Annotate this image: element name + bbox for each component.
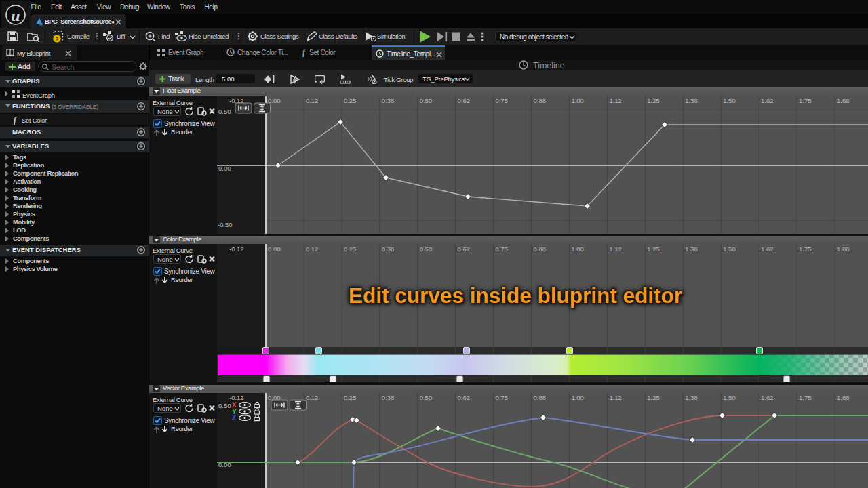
svg-text:0.25: 0.25 [344,97,357,104]
svg-text:1.00: 1.00 [571,394,584,401]
svg-text:1.00: 1.00 [571,245,584,253]
svg-text:1.25: 1.25 [647,97,660,104]
svg-text:1.00: 1.00 [571,97,584,104]
svg-text:Z: Z [232,414,236,422]
svg-text:1.50: 1.50 [723,97,736,104]
svg-text:0.12: 0.12 [306,245,319,253]
svg-text:0.12: 0.12 [306,97,319,104]
svg-text:0.62: 0.62 [458,394,471,401]
svg-text:1.75: 1.75 [799,97,812,104]
svg-text:0.25: 0.25 [344,245,357,253]
svg-text:0.75: 0.75 [496,245,509,253]
svg-text:1.88: 1.88 [837,245,850,253]
svg-text:0.38: 0.38 [382,394,395,401]
svg-text:0.75: 0.75 [496,97,509,104]
svg-text:0.50: 0.50 [420,394,433,401]
svg-text:0.25: 0.25 [344,394,357,401]
svg-text:0.50: 0.50 [218,108,231,115]
svg-text:0.00: 0.00 [218,165,231,172]
svg-text:1.75: 1.75 [799,245,812,253]
svg-text:1.38: 1.38 [685,245,697,253]
svg-text:0.50: 0.50 [218,402,231,409]
svg-text:0.62: 0.62 [458,245,471,253]
svg-text:?: ? [55,36,59,43]
svg-text:1.88: 1.88 [837,97,850,104]
svg-text:-0.12: -0.12 [229,394,244,401]
svg-text:1.25: 1.25 [647,394,660,401]
svg-text:1.50: 1.50 [723,245,736,253]
svg-text:-0.12: -0.12 [229,245,244,253]
svg-text:0.88: 0.88 [534,394,547,401]
svg-text:1.75: 1.75 [799,394,812,401]
svg-text:0.50: 0.50 [420,245,433,253]
svg-text:1.62: 1.62 [761,245,774,253]
svg-text:0.75: 0.75 [496,394,509,401]
svg-text:1.50: 1.50 [723,394,736,401]
svg-text:0.00: 0.00 [268,245,281,253]
svg-text:0.38: 0.38 [382,97,395,104]
svg-text:1.12: 1.12 [609,394,622,401]
svg-text:0.50: 0.50 [420,97,433,104]
svg-text:0.38: 0.38 [382,245,395,253]
svg-text:1.62: 1.62 [761,97,774,104]
svg-text:0.88: 0.88 [534,245,547,253]
svg-text:1.38: 1.38 [685,394,697,401]
svg-text:1.88: 1.88 [837,394,850,401]
svg-text:1.12: 1.12 [609,245,622,253]
svg-text:1.25: 1.25 [647,245,660,253]
svg-text:0.62: 0.62 [458,97,471,104]
svg-text:-0.50: -0.50 [218,221,233,228]
svg-text:0.88: 0.88 [534,97,547,104]
svg-text:u: u [11,7,20,24]
svg-text:1.38: 1.38 [685,97,697,104]
svg-text:1.62: 1.62 [761,394,774,401]
svg-text:1.12: 1.12 [609,97,622,104]
svg-text:0.12: 0.12 [306,394,319,401]
